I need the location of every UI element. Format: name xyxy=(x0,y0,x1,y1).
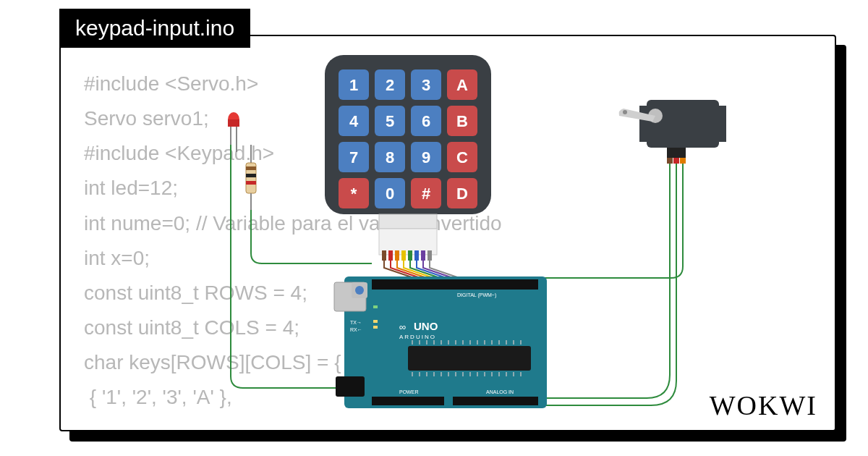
svg-rect-53 xyxy=(647,100,719,148)
brand-logo: WOKWI xyxy=(710,389,817,421)
svg-text:6: 6 xyxy=(422,112,430,130)
svg-rect-67 xyxy=(453,397,538,405)
svg-text:B: B xyxy=(456,112,468,130)
svg-text:D: D xyxy=(456,185,468,203)
arduino-uno: ∞ UNO ARDUINO DIGITAL (PWM~) TX→ RX← POW… xyxy=(334,276,547,408)
led-icon xyxy=(228,112,239,152)
svg-rect-58 xyxy=(667,148,686,158)
svg-text:C: C xyxy=(456,148,468,166)
svg-rect-59 xyxy=(667,158,673,164)
svg-text:8: 8 xyxy=(386,148,394,166)
svg-text:ARDUINO: ARDUINO xyxy=(399,334,436,340)
svg-rect-43 xyxy=(379,214,437,229)
svg-rect-49 xyxy=(408,250,412,261)
svg-rect-8 xyxy=(246,181,256,185)
resistor-icon xyxy=(246,145,256,210)
svg-rect-7 xyxy=(246,174,256,177)
svg-rect-62 xyxy=(344,276,547,408)
svg-rect-48 xyxy=(401,250,406,261)
svg-rect-55 xyxy=(719,106,726,142)
svg-text:5: 5 xyxy=(386,112,394,130)
svg-text:#: # xyxy=(422,185,430,203)
keypad-ribbon xyxy=(379,214,437,261)
svg-text:DIGITAL (PWM~): DIGITAL (PWM~) xyxy=(457,292,496,298)
svg-rect-64 xyxy=(336,376,365,397)
svg-rect-68 xyxy=(408,346,531,371)
svg-rect-65 xyxy=(372,279,538,290)
svg-text:4: 4 xyxy=(349,112,359,130)
svg-rect-46 xyxy=(388,250,393,261)
svg-text:TX→: TX→ xyxy=(350,320,362,325)
svg-point-57 xyxy=(623,110,627,114)
svg-text:7: 7 xyxy=(349,148,358,166)
svg-text:A: A xyxy=(456,76,468,94)
svg-rect-54 xyxy=(639,106,647,142)
svg-text:ANALOG IN: ANALOG IN xyxy=(486,389,514,394)
circuit-diagram: 1 2 3 A 4 5 6 B 7 8 9 C * 0 # D xyxy=(61,36,836,431)
svg-text:2: 2 xyxy=(386,76,394,94)
svg-text:∞: ∞ xyxy=(399,321,406,332)
svg-rect-52 xyxy=(427,250,432,261)
svg-text:*: * xyxy=(351,185,357,203)
svg-rect-50 xyxy=(414,250,419,261)
svg-rect-66 xyxy=(372,397,444,405)
svg-rect-112 xyxy=(373,326,378,329)
svg-rect-111 xyxy=(373,320,378,323)
svg-text:9: 9 xyxy=(422,148,430,166)
svg-text:0: 0 xyxy=(386,185,394,203)
svg-rect-6 xyxy=(246,166,256,170)
keypad[interactable]: 1 2 3 A 4 5 6 B 7 8 9 C * 0 # D xyxy=(325,55,491,214)
servo-icon xyxy=(619,100,726,164)
svg-rect-1 xyxy=(228,119,239,127)
svg-rect-51 xyxy=(421,250,425,261)
keypad-wires xyxy=(384,261,459,278)
svg-rect-113 xyxy=(373,305,378,308)
svg-rect-45 xyxy=(382,250,386,261)
svg-text:POWER: POWER xyxy=(399,389,418,394)
svg-rect-47 xyxy=(395,250,399,261)
file-title-tab: keypad-input.ino xyxy=(59,9,250,48)
svg-rect-61 xyxy=(680,158,686,164)
svg-text:UNO: UNO xyxy=(414,320,438,332)
svg-text:3: 3 xyxy=(422,76,430,94)
svg-point-102 xyxy=(355,286,364,295)
svg-rect-60 xyxy=(673,158,679,164)
wire-green xyxy=(251,210,372,263)
svg-text:1: 1 xyxy=(349,76,358,94)
svg-text:RX←: RX← xyxy=(350,327,362,332)
